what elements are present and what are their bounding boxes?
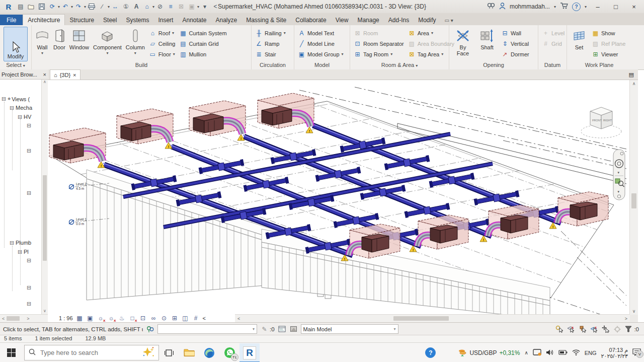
ribbon-display-toggle-icon[interactable]: ▭ ▾: [441, 16, 457, 25]
aligned-dimension-icon[interactable]: ↔: [110, 2, 120, 11]
help-icon[interactable]: ?: [572, 3, 581, 11]
navbar-caret-icon[interactable]: ▾: [618, 190, 620, 193]
reveal-constraints-icon[interactable]: #: [192, 314, 200, 322]
tab-insert[interactable]: Insert: [153, 15, 178, 25]
displacement-sets-icon[interactable]: ◫: [182, 314, 189, 322]
model-group-button[interactable]: ▣Model Group▾: [296, 49, 346, 59]
taskbar-search[interactable]: [24, 345, 159, 360]
task-view-button[interactable]: [159, 343, 179, 362]
project-browser-tree[interactable]: ⊟⌖Views ( ⊟Mecha ⊟HV ⊟ ⊟ ⊟ ⊟Plumb ⊟Pl ⊟ …: [0, 80, 48, 314]
tab-manage[interactable]: Manage: [353, 15, 383, 25]
tree-item-mechanical[interactable]: ⊟Mecha: [9, 105, 32, 111]
tab-view[interactable]: View: [331, 15, 353, 25]
tree-item-hvac[interactable]: ⊟HV: [17, 114, 31, 120]
notification-center-icon[interactable]: V: [632, 348, 641, 357]
worksharing-icon[interactable]: [146, 325, 154, 333]
viewbar-collapse-icon[interactable]: <: [203, 315, 206, 321]
component-button[interactable]: Component▾: [91, 27, 124, 57]
reveal-hidden-elements-icon[interactable]: ⊙: [160, 314, 168, 322]
select-pinned-icon[interactable]: [578, 325, 587, 333]
tab-massing-site[interactable]: Massing & Site: [242, 15, 291, 25]
ramp-button[interactable]: ∠Ramp: [253, 38, 288, 49]
account-avatar-icon[interactable]: [499, 3, 506, 11]
scale-button[interactable]: 1 : 96: [59, 315, 73, 321]
tag-room-button[interactable]: ⊞Tag Room▾: [352, 49, 406, 59]
minimize-button[interactable]: –: [591, 3, 605, 11]
tag-by-category-icon[interactable]: ①: [121, 2, 131, 11]
revit-app-icon[interactable]: R: [2, 2, 15, 11]
tab-collaborate[interactable]: Collaborate: [291, 15, 331, 25]
roof-button[interactable]: ⌂Roof▾: [147, 28, 178, 38]
design-options-icon[interactable]: [289, 325, 298, 333]
select-links-icon[interactable]: [555, 325, 564, 333]
undo-caret-icon[interactable]: ▾: [71, 5, 73, 9]
tab-file[interactable]: File: [0, 15, 23, 25]
account-caret-icon[interactable]: ▾: [554, 5, 556, 9]
zoom-icon[interactable]: [615, 179, 620, 183]
default-3d-view-icon[interactable]: ⌂: [142, 2, 152, 11]
tree-item[interactable]: ⊟: [26, 148, 32, 154]
tab-structure[interactable]: Structure: [65, 15, 99, 25]
view-tab-close-icon[interactable]: ×: [73, 72, 76, 78]
panel-label-room-area[interactable]: Room & Area ▾: [350, 61, 449, 69]
app-store-cart-icon[interactable]: [560, 3, 568, 11]
project-browser-close-icon[interactable]: ×: [43, 71, 46, 78]
modify-button[interactable]: Modify: [4, 27, 28, 61]
project-browser-vscrollbar[interactable]: ∧ ∨: [41, 80, 48, 314]
viewer-button[interactable]: ⊞Viewer: [590, 49, 627, 59]
floor-button[interactable]: ▭Floor▾: [147, 49, 178, 59]
model-line-button[interactable]: ╱Model Line: [296, 38, 346, 49]
set-button[interactable]: Set: [569, 27, 590, 51]
sync-caret-icon[interactable]: ▾: [58, 5, 60, 9]
stocks-widget[interactable]: USD/GBP +0,31%: [458, 349, 520, 357]
open-icon[interactable]: [26, 2, 36, 11]
switch-windows-icon[interactable]: ▣: [187, 2, 197, 11]
opening-dormer-button[interactable]: ↗Dormer: [499, 49, 531, 59]
view-tab-3d[interactable]: ⌂ {3D} ×: [50, 69, 80, 80]
measure-caret-icon[interactable]: ▾: [108, 5, 110, 9]
tray-chevron-icon[interactable]: ∧: [524, 350, 528, 355]
navigation-bar[interactable]: ▾ ▾: [613, 150, 625, 200]
tab-steel[interactable]: Steel: [99, 15, 121, 25]
tree-item[interactable]: ⊟: [26, 258, 32, 263]
tab-systems[interactable]: Systems: [121, 15, 153, 25]
tray-display-icon[interactable]: [533, 349, 541, 357]
sync-icon[interactable]: ⟳: [47, 2, 57, 11]
properties-icon[interactable]: ▤: [16, 2, 26, 11]
shaft-button[interactable]: Shaft: [475, 27, 499, 51]
revit-taskbar-button[interactable]: R: [239, 343, 260, 362]
curtain-system-button[interactable]: ▦Curtain System: [177, 28, 228, 38]
temporary-view-properties-icon[interactable]: ⊞: [171, 314, 179, 322]
canvas-vscrollbar[interactable]: ∧ ∨: [629, 80, 638, 315]
opening-vertical-button[interactable]: ⇕Vertical: [499, 38, 531, 49]
help-bubble-icon[interactable]: ?: [425, 347, 436, 358]
clock[interactable]: 07:13 م ٢٠٢٥/٠٢/٢٣: [601, 347, 628, 359]
drag-on-selection-icon[interactable]: [601, 325, 610, 333]
thin-lines-icon[interactable]: ≡: [166, 2, 176, 11]
show-work-plane-button[interactable]: ▦Show: [590, 28, 627, 38]
room-separator-button[interactable]: ⊡Room Separator: [352, 38, 406, 49]
tab-analyze[interactable]: Analyze: [211, 15, 242, 25]
view-caret-icon[interactable]: ▾: [152, 5, 154, 9]
window-button[interactable]: Window: [67, 27, 91, 51]
panel-label-select[interactable]: Select ▾: [0, 61, 31, 69]
text-icon[interactable]: A: [131, 2, 141, 11]
maximize-button[interactable]: □: [609, 3, 623, 11]
measure-icon[interactable]: ∕: [97, 2, 107, 11]
stair-button[interactable]: ≣Stair: [253, 49, 288, 59]
select-underlay-icon[interactable]: x: [567, 325, 575, 333]
search-input[interactable]: [39, 348, 117, 357]
temporary-hide-isolate-icon[interactable]: ∞: [150, 314, 157, 322]
tab-addins[interactable]: Add-Ins: [384, 15, 414, 25]
save-icon[interactable]: [37, 2, 47, 11]
tray-speaker-icon[interactable]: [546, 349, 554, 357]
account-name[interactable]: mohmmadah...: [510, 3, 550, 10]
show-crop-region-icon[interactable]: ⊡: [139, 314, 147, 322]
sun-path-icon[interactable]: ☼x: [97, 314, 105, 322]
tree-item[interactable]: ⊟: [26, 301, 32, 307]
undo-icon[interactable]: ↶: [60, 2, 70, 11]
help-caret-icon[interactable]: ▾: [585, 5, 587, 9]
redo-caret-icon[interactable]: ▾: [84, 5, 86, 9]
tree-item[interactable]: ⊟: [26, 123, 32, 128]
mullion-button[interactable]: ▥Mullion: [177, 49, 228, 59]
